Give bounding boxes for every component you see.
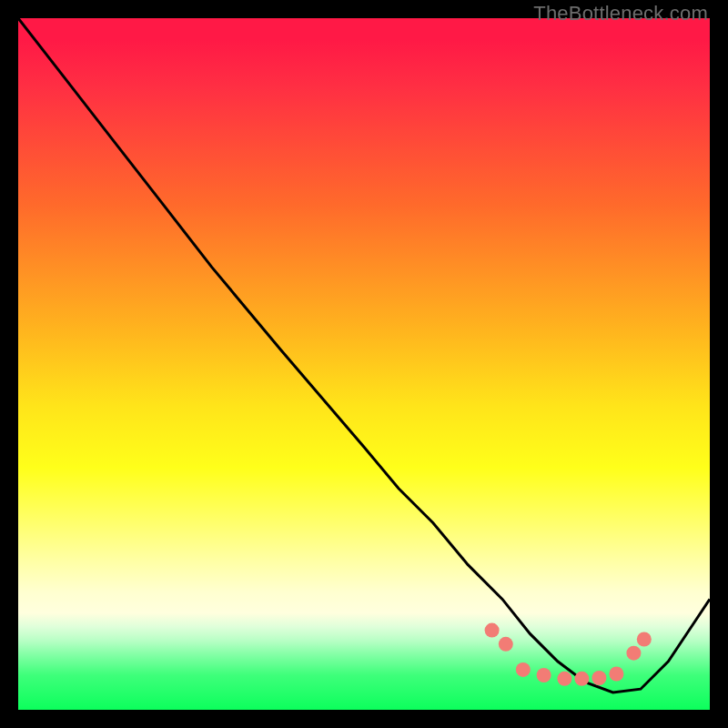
highlight-dot	[557, 672, 571, 686]
highlight-dot	[499, 637, 513, 652]
highlight-dot	[626, 646, 641, 661]
highlight-dot	[516, 662, 531, 677]
highlight-dot	[592, 671, 606, 685]
highlight-dots	[18, 18, 710, 710]
highlight-dot	[574, 672, 589, 686]
highlight-dot	[637, 632, 652, 647]
highlight-dot	[609, 667, 623, 682]
plot-area	[18, 18, 710, 710]
highlight-dot	[485, 623, 500, 638]
watermark-text: TheBottleneck.com	[533, 2, 708, 25]
chart-frame: TheBottleneck.com	[0, 0, 728, 728]
highlight-dot	[537, 668, 551, 682]
